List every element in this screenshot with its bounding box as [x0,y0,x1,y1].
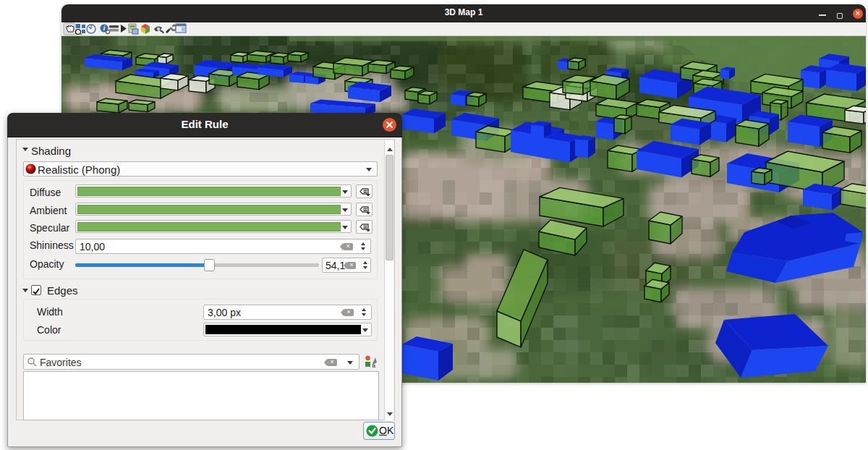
svg-text:a: a [373,362,376,368]
